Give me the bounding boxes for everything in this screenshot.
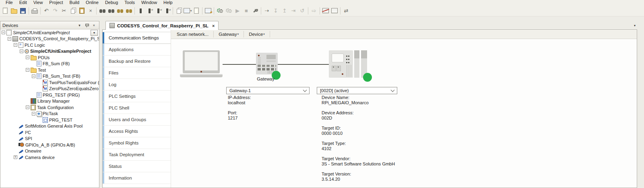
- tree-item-codesys-control-for-raspberry-pi-sl-codesy[interactable]: −CODESYS_Control_for_Raspberry_Pi_SL (CO…: [0, 36, 99, 42]
- gateway-button[interactable]: Gateway▾: [215, 31, 243, 37]
- nav-item-files[interactable]: Files: [103, 67, 171, 79]
- replace-button[interactable]: [107, 6, 116, 15]
- device-combo[interactable]: [002D] (active): [317, 87, 397, 94]
- menu-help[interactable]: Help: [160, 0, 176, 5]
- tree-item-plctask[interactable]: −PlcTask: [0, 111, 99, 117]
- pin-icon[interactable]: [84, 23, 90, 28]
- tree-item-simplecfunitexampleproject[interactable]: −SimpleCfUnitExampleProject: [0, 48, 99, 55]
- open-project-button[interactable]: [10, 6, 19, 15]
- tree-expander[interactable]: −: [26, 105, 29, 109]
- nav-item-task-deployment[interactable]: Task Deployment: [103, 149, 171, 161]
- devices-close-button[interactable]: ×: [91, 23, 97, 28]
- replace-in-project-button[interactable]: [124, 6, 133, 15]
- tree-item-simplecfunitexampleproject[interactable]: −SimpleCfUnitExampleProject▼: [0, 29, 99, 36]
- stop-button[interactable]: ■: [242, 6, 251, 15]
- watch-button[interactable]: [330, 6, 339, 15]
- copy-button[interactable]: [68, 6, 77, 15]
- online-config-button[interactable]: [251, 6, 260, 15]
- menu-project[interactable]: Project: [46, 0, 66, 5]
- nav-item-log[interactable]: Log: [103, 79, 171, 91]
- gateway-combo[interactable]: Gateway-1: [226, 87, 310, 94]
- nav-item-access-rights[interactable]: Access Rights: [103, 126, 171, 137]
- tree-item-pous[interactable]: −POUs: [0, 54, 99, 61]
- start-button[interactable]: ▶: [233, 6, 242, 15]
- build-button[interactable]: [204, 6, 213, 15]
- tree-item-plc-logic[interactable]: −PLC Logic: [0, 42, 99, 48]
- paste-button[interactable]: [77, 6, 86, 15]
- tree-item-softmotion-general-axis-pool[interactable]: SoftMotion General Axis Pool: [0, 123, 99, 130]
- devices-dropdown-button[interactable]: ▾: [76, 23, 83, 28]
- tree-expander[interactable]: −: [14, 43, 17, 47]
- menu-file[interactable]: File: [2, 0, 16, 5]
- cut-button[interactable]: ✂: [60, 6, 68, 15]
- tree-expander[interactable]: −: [32, 112, 35, 116]
- redo-button[interactable]: ↷: [51, 6, 60, 15]
- tab-close-icon[interactable]: ×: [212, 23, 215, 28]
- compile-button[interactable]: [174, 6, 183, 15]
- tree-item-fb-sum-fb[interactable]: FB_Sum (FB): [0, 61, 99, 67]
- toggle-bookmark-button[interactable]: [136, 6, 145, 15]
- tree-item-library-manager[interactable]: Library Manager: [0, 98, 99, 105]
- menu-tools[interactable]: Tools: [121, 0, 138, 5]
- tree-expander[interactable]: −: [32, 74, 35, 78]
- tab-codesys-control[interactable]: CODESYS_Control_for_Raspberry_Pi_SL ×: [105, 21, 219, 30]
- nav-item-plc-shell[interactable]: PLC Shell: [103, 102, 171, 114]
- tree-expander[interactable]: −: [8, 37, 11, 41]
- nav-item-plc-settings[interactable]: PLC Settings: [103, 91, 171, 102]
- new-file-button[interactable]: [1, 6, 10, 15]
- nav-item-information[interactable]: Information: [103, 172, 171, 184]
- scan-network-button[interactable]: Scan network...: [173, 31, 213, 37]
- nav-item-applications[interactable]: Applications: [103, 44, 171, 56]
- tree-expander[interactable]: −: [26, 56, 29, 59]
- tree-item-prg-test-prg[interactable]: PRG_TEST (PRG): [0, 92, 99, 98]
- tree-item-fb-sum-test-fb[interactable]: −FB_Sum_Test (FB): [0, 73, 99, 80]
- tree-item-zeropluszeroequalszero-priv[interactable]: ZeroPlusZeroEqualsZero (priv: [0, 86, 99, 92]
- nav-item-communication-settings[interactable]: Communication Settings: [103, 32, 171, 44]
- tree-item-spi[interactable]: SPI: [0, 136, 99, 142]
- nav-item-status[interactable]: Status: [103, 161, 171, 172]
- nav-item-symbol-rights[interactable]: Symbol Rights: [103, 137, 171, 149]
- menu-edit[interactable]: Edit: [16, 0, 30, 5]
- tree-item-test[interactable]: −Test: [0, 67, 99, 73]
- tree-item-gpios-a-b-gpios-a-b[interactable]: GPIOs_A_B (GPIOs A/B): [0, 142, 99, 148]
- find-in-project-button[interactable]: [116, 6, 124, 15]
- menu-view[interactable]: View: [30, 0, 46, 5]
- breakpoint-button[interactable]: ⇨: [310, 6, 318, 15]
- login-button[interactable]: [215, 6, 224, 15]
- tree-expander[interactable]: −: [20, 50, 23, 53]
- tree-item-twoplustwoequalsfour-priva[interactable]: TwoPlusTwoEqualsFour (priva: [0, 79, 99, 86]
- clear-bookmarks-button[interactable]: [163, 6, 171, 15]
- menu-window[interactable]: Window: [138, 0, 160, 5]
- nav-item-backup-and-restore[interactable]: Backup and Restore: [103, 56, 171, 67]
- tree-expander[interactable]: +: [14, 155, 17, 159]
- next-bookmark-button[interactable]: [154, 6, 163, 15]
- step-into-button[interactable]: ↧: [271, 6, 280, 15]
- menu-build[interactable]: Build: [66, 0, 83, 5]
- display-mode-button[interactable]: [321, 6, 330, 15]
- device-button[interactable]: Device▾: [245, 31, 269, 37]
- menu-debug[interactable]: Debug: [102, 0, 121, 5]
- undo-button[interactable]: ↶: [42, 6, 51, 15]
- tree-expander[interactable]: −: [2, 31, 5, 34]
- find-button[interactable]: [98, 6, 107, 15]
- previous-bookmark-button[interactable]: [145, 6, 154, 15]
- tab-overflow-icon[interactable]: ▾: [634, 24, 636, 27]
- insert-assistant-button[interactable]: ▾: [183, 6, 192, 15]
- new-object-button[interactable]: [192, 6, 201, 15]
- print-button[interactable]: [30, 6, 39, 15]
- save-button[interactable]: [19, 6, 27, 15]
- step-over-button[interactable]: ⇢: [262, 6, 271, 15]
- project-dropdown-button[interactable]: ▼: [91, 30, 98, 36]
- tree-expander[interactable]: −: [26, 68, 29, 72]
- tree-item-i-c[interactable]: I²C: [0, 129, 99, 136]
- tree-item-onewire[interactable]: Onewire: [0, 148, 99, 155]
- tree-item-camera-device[interactable]: +Camera device: [0, 154, 99, 161]
- logout-button[interactable]: [224, 6, 233, 15]
- tree-item-task-configuration[interactable]: −Task Configuration: [0, 104, 99, 111]
- plc-device-graphic[interactable]: [329, 50, 367, 78]
- refresh-button[interactable]: ⇄: [342, 6, 351, 15]
- delete-button[interactable]: ×: [86, 6, 95, 15]
- step-out-button[interactable]: ↥: [280, 6, 289, 15]
- tree-item-prg-test[interactable]: PRG_TEST: [0, 117, 99, 123]
- nav-item-users-and-groups[interactable]: Users and Groups: [103, 114, 171, 126]
